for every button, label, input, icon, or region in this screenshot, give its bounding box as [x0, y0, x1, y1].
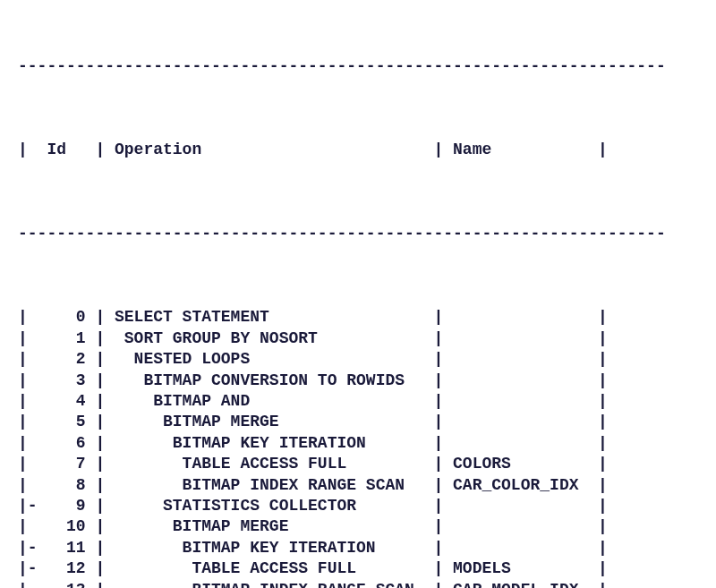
row-operation: BITMAP AND [115, 391, 433, 412]
table-row: | 4| BITMAP AND | | [18, 391, 698, 412]
row-mark: |- [18, 538, 38, 558]
pipe: | [95, 371, 115, 391]
row-mark: | [18, 454, 38, 474]
row-mark: | [18, 475, 38, 496]
row-operation: STATISTICS COLLECTOR [115, 496, 433, 516]
pipe: | [95, 496, 115, 516]
row-name: CAR_MODEL_IDX [453, 580, 598, 588]
pipe: | [598, 580, 608, 588]
row-name [453, 328, 598, 349]
row-operation: BITMAP MERGE [115, 412, 433, 432]
pipe: | [598, 475, 608, 496]
row-mark: | [18, 433, 38, 454]
row-mark: | [18, 371, 38, 391]
row-id: 10 [38, 516, 96, 537]
explain-plan-table: ----------------------------------------… [18, 14, 698, 588]
row-id: 5 [38, 412, 96, 432]
row-id: 3 [38, 371, 96, 391]
row-name [453, 391, 598, 412]
table-row: |-9| STATISTICS COLLECTOR | | [18, 496, 698, 516]
pipe: | [598, 454, 608, 474]
header-mark: | [18, 140, 38, 160]
row-operation: BITMAP KEY ITERATION [115, 433, 433, 454]
table-row: | 3| BITMAP CONVERSION TO ROWIDS | | [18, 371, 698, 391]
pipe: | [433, 391, 453, 412]
pipe: | [95, 558, 115, 579]
row-operation: BITMAP CONVERSION TO ROWIDS [115, 371, 433, 391]
pipe: | [598, 371, 608, 391]
pipe: | [433, 349, 453, 370]
row-id: 2 [38, 349, 96, 370]
pipe: | [433, 580, 453, 588]
pipe: | [433, 496, 453, 516]
pipe: | [433, 454, 453, 474]
row-id: 7 [38, 454, 96, 474]
row-name [453, 516, 598, 537]
pipe: | [433, 558, 453, 579]
table-row: | 5| BITMAP MERGE | | [18, 412, 698, 432]
row-mark: | [18, 307, 38, 328]
row-id: 8 [38, 475, 96, 496]
row-id: 1 [38, 328, 96, 349]
row-name [453, 371, 598, 391]
row-name [453, 412, 598, 432]
table-row: | 6| BITMAP KEY ITERATION | | [18, 433, 698, 454]
pipe: | [95, 454, 115, 474]
pipe: | [598, 349, 608, 370]
row-id: 13 [38, 580, 96, 588]
row-id: 4 [38, 391, 96, 412]
row-name: CAR_COLOR_IDX [453, 475, 598, 496]
pipe: | [95, 580, 115, 588]
pipe: | [598, 558, 608, 579]
row-id: 0 [38, 307, 96, 328]
row-name [453, 538, 598, 558]
pipe: | [433, 371, 453, 391]
row-mark: |- [18, 558, 38, 579]
header-id-text: Id [47, 141, 66, 158]
table-row: | 8| BITMAP INDEX RANGE SCAN | CAR_COLOR… [18, 475, 698, 496]
pipe: | [95, 391, 115, 412]
row-operation: TABLE ACCESS FULL [115, 558, 433, 579]
row-mark: | [18, 328, 38, 349]
pipe: | [598, 412, 608, 432]
row-name [453, 496, 598, 516]
row-name [453, 433, 598, 454]
table-row: | 10| BITMAP MERGE | | [18, 516, 698, 537]
divider-top: ----------------------------------------… [18, 56, 698, 77]
pipe: | [598, 391, 608, 412]
table-row: | 7| TABLE ACCESS FULL | COLORS | [18, 454, 698, 474]
row-operation: SELECT STATEMENT [115, 307, 433, 328]
pipe: | [598, 140, 608, 160]
row-id: 12 [38, 558, 96, 579]
row-operation: BITMAP INDEX RANGE SCAN [115, 475, 433, 496]
row-mark: | [18, 349, 38, 370]
header-op: Operation [115, 140, 433, 160]
pipe: | [95, 349, 115, 370]
row-operation: BITMAP INDEX RANGE SCAN [115, 580, 433, 588]
pipe: | [433, 328, 453, 349]
row-name: MODELS [453, 558, 598, 579]
row-mark: |- [18, 580, 38, 588]
pipe: | [95, 475, 115, 496]
pipe: | [95, 328, 115, 349]
row-id: 9 [38, 496, 96, 516]
row-name: COLORS [453, 454, 598, 474]
row-operation: BITMAP MERGE [115, 516, 433, 537]
pipe: | [433, 433, 453, 454]
pipe: | [598, 496, 608, 516]
table-row: | 0| SELECT STATEMENT | | [18, 307, 698, 328]
table-row: |-11| BITMAP KEY ITERATION | | [18, 538, 698, 558]
header-name: Name [453, 140, 598, 160]
header-id: Id [38, 140, 96, 160]
row-operation: NESTED LOOPS [115, 349, 433, 370]
row-mark: | [18, 516, 38, 537]
row-id: 11 [38, 538, 96, 558]
row-name [453, 307, 598, 328]
pipe: | [598, 516, 608, 537]
pipe: | [95, 538, 115, 558]
pipe: | [433, 140, 453, 160]
pipe: | [95, 433, 115, 454]
row-operation: SORT GROUP BY NOSORT [115, 328, 433, 349]
pipe: | [95, 516, 115, 537]
pipe: | [433, 516, 453, 537]
